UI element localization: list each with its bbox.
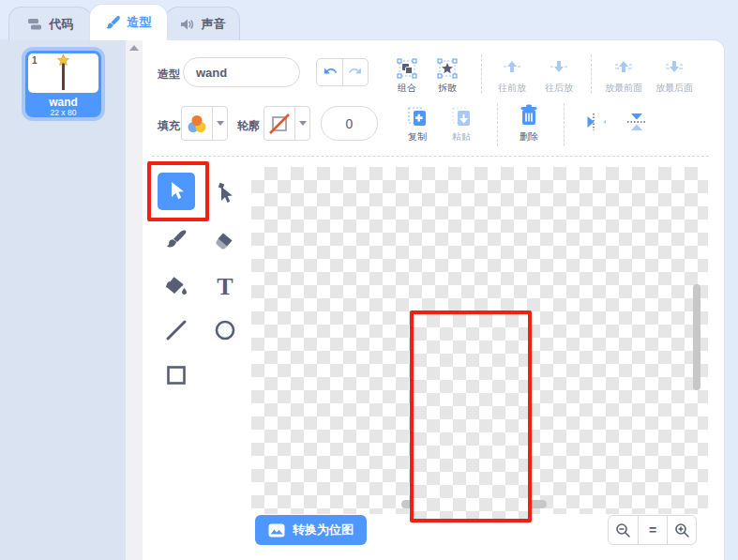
toolbar-divider — [564, 103, 565, 146]
toolbar-separator — [152, 156, 709, 157]
costume-size: 22 x 80 — [25, 108, 101, 117]
brush-icon — [106, 15, 121, 30]
copy-label: 复制 — [397, 130, 438, 144]
zoom-out-button[interactable] — [609, 516, 638, 544]
toolbar-divider — [591, 54, 592, 94]
bring-to-front-label: 放最前面 — [598, 82, 649, 95]
no-outline-icon — [268, 113, 291, 135]
tab-code-label: 代码 — [50, 16, 74, 33]
outline-dropdown-button[interactable] — [294, 107, 309, 140]
color-circles-icon — [186, 113, 208, 135]
ungroup-icon — [437, 58, 458, 79]
tab-costumes[interactable]: 造型 — [89, 4, 168, 40]
send-backward-button[interactable]: 往后放 — [538, 58, 580, 95]
arrow-up-icon — [502, 58, 522, 79]
send-backward-label: 往后放 — [538, 82, 580, 95]
paste-icon — [450, 105, 473, 128]
send-to-back-label: 放最后面 — [649, 82, 700, 95]
costume-item-wand[interactable]: 1 wand 22 x 80 — [25, 51, 101, 117]
outline-label: 轮廓 — [237, 118, 260, 134]
flip-horizontal-icon — [581, 111, 606, 133]
scroll-up-icon[interactable] — [129, 45, 139, 51]
circle-icon — [214, 319, 236, 341]
zoom-in-icon — [674, 522, 690, 538]
bring-forward-label: 往前放 — [491, 82, 533, 95]
code-blocks-icon — [27, 18, 43, 31]
paste-button[interactable]: 粘贴 — [441, 105, 482, 144]
tab-sounds[interactable]: 声音 — [165, 7, 240, 40]
eraser-tool-button[interactable] — [206, 221, 244, 259]
convert-to-bitmap-label: 转换为位图 — [293, 522, 354, 538]
arrow-to-front-icon — [613, 58, 634, 79]
line-tool-button[interactable] — [158, 311, 195, 349]
bring-forward-button[interactable]: 往前放 — [491, 58, 533, 95]
group-button[interactable]: 组合 — [386, 58, 428, 95]
toolbar-divider — [497, 103, 498, 146]
toolbar-divider — [481, 54, 482, 94]
brush-icon — [165, 229, 188, 251]
tab-code[interactable]: 代码 — [8, 7, 92, 40]
fill-tool-button[interactable] — [158, 268, 195, 306]
trash-icon — [518, 103, 540, 128]
ungroup-button[interactable]: 拆散 — [427, 58, 468, 95]
text-tool-button[interactable]: T — [206, 268, 244, 306]
annotation-box-selection — [410, 310, 532, 522]
send-to-back-button[interactable]: 放最后面 — [649, 58, 700, 95]
eraser-icon — [214, 229, 236, 251]
reshape-icon — [215, 182, 235, 204]
zoom-in-button[interactable] — [667, 516, 696, 544]
paste-label: 粘贴 — [441, 130, 482, 144]
wand-thumbnail-image — [28, 53, 98, 93]
group-label: 组合 — [386, 82, 428, 95]
stroke-width-input[interactable] — [321, 106, 378, 141]
copy-icon — [406, 105, 429, 128]
tab-sounds-label: 声音 — [202, 16, 226, 33]
zoom-out-icon — [615, 522, 631, 538]
arrow-down-icon — [549, 58, 569, 79]
ungroup-label: 拆散 — [427, 82, 468, 95]
costume-name: wand — [25, 96, 101, 109]
bitmap-image-icon — [268, 523, 285, 537]
zoom-reset-label: = — [649, 522, 656, 537]
text-tool-icon: T — [217, 275, 233, 299]
paint-bucket-icon — [164, 276, 188, 298]
undo-button[interactable] — [317, 59, 342, 85]
costume-name-input[interactable] — [183, 57, 300, 87]
line-icon — [165, 319, 188, 341]
reshape-tool-button[interactable] — [206, 174, 244, 212]
zoom-reset-button[interactable]: = — [638, 516, 667, 544]
flip-vertical-button[interactable] — [616, 111, 657, 133]
costume-list-panel — [0, 39, 126, 560]
fill-color-picker[interactable] — [181, 106, 228, 141]
outline-color-picker[interactable] — [264, 106, 310, 141]
costume-list-scrollbar[interactable] — [126, 39, 143, 560]
copy-button[interactable]: 复制 — [397, 105, 438, 144]
chevron-down-icon — [217, 121, 224, 126]
flip-vertical-icon — [625, 111, 649, 133]
convert-to-bitmap-button[interactable]: 转换为位图 — [255, 515, 367, 545]
annotation-box-select-tool — [147, 161, 209, 221]
rectangle-tool-button[interactable] — [158, 356, 195, 394]
costume-name-label: 造型 — [158, 67, 180, 83]
rectangle-icon — [165, 364, 188, 386]
undo-icon — [323, 66, 338, 79]
fill-label: 填充 — [158, 118, 180, 134]
speaker-icon — [180, 18, 195, 31]
group-icon — [397, 58, 417, 79]
redo-button[interactable] — [342, 59, 368, 85]
fill-dropdown-button[interactable] — [212, 107, 227, 140]
zoom-controls: = — [608, 515, 697, 545]
arrow-to-back-icon — [664, 58, 685, 79]
brush-tool-button[interactable] — [158, 221, 195, 259]
tab-costumes-label: 造型 — [128, 14, 152, 31]
delete-label: 删除 — [508, 130, 550, 144]
chevron-down-icon — [299, 121, 307, 126]
flip-horizontal-button[interactable] — [573, 111, 614, 133]
costume-thumbnail: 1 — [28, 53, 98, 93]
delete-button[interactable]: 删除 — [508, 103, 550, 144]
circle-tool-button[interactable] — [206, 311, 244, 349]
bring-to-front-button[interactable]: 放最前面 — [598, 58, 649, 95]
redo-icon — [348, 66, 363, 79]
fill-color-swatch[interactable] — [182, 107, 212, 140]
outline-color-swatch[interactable] — [264, 107, 294, 140]
